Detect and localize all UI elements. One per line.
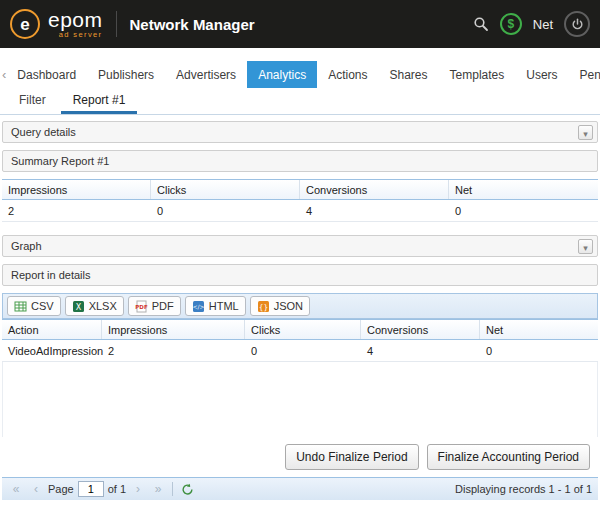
brand-wordmark: epom ad server bbox=[48, 9, 103, 39]
html-icon: </> bbox=[192, 300, 205, 313]
finalize-action-bar: Undo Finalize Period Finalize Accounting… bbox=[2, 437, 598, 477]
nav-item-dashboard[interactable]: Dashboard bbox=[6, 61, 87, 88]
export-html-label: HTML bbox=[209, 300, 239, 312]
column-header-clicks[interactable]: Clicks bbox=[151, 180, 300, 199]
column-header-conversions[interactable]: Conversions bbox=[361, 320, 480, 339]
column-header-conversions[interactable]: Conversions bbox=[300, 180, 449, 199]
export-html-button[interactable]: </> HTML bbox=[185, 296, 246, 316]
power-icon bbox=[571, 18, 584, 31]
column-header-net[interactable]: Net bbox=[480, 320, 598, 339]
cell-impressions: 2 bbox=[2, 205, 151, 217]
grid-empty-body bbox=[2, 362, 598, 437]
next-page-icon[interactable] bbox=[130, 481, 146, 497]
details-grid-header: Action Impressions Clicks Conversions Ne… bbox=[2, 319, 598, 340]
header-actions: Net bbox=[473, 11, 590, 37]
cell-clicks: 0 bbox=[245, 345, 361, 357]
graph-panel: Graph bbox=[2, 235, 598, 257]
graph-title: Graph bbox=[11, 240, 42, 252]
brand-name: epom bbox=[48, 9, 103, 30]
search-icon bbox=[473, 16, 489, 32]
epom-logo[interactable]: epom ad server bbox=[10, 9, 103, 39]
cell-net: 0 bbox=[449, 205, 598, 217]
svg-text:{}: {} bbox=[258, 302, 268, 311]
nav-item-templates[interactable]: Templates bbox=[439, 61, 516, 88]
query-details-title: Query details bbox=[11, 126, 76, 138]
query-details-panel: Query details bbox=[2, 121, 598, 143]
nav-item-pending-site[interactable]: Pending Site bbox=[569, 61, 600, 88]
app-title: Network Manager bbox=[130, 16, 255, 33]
summary-panel-header: Summary Report #1 bbox=[2, 150, 598, 172]
xlsx-icon: X bbox=[72, 300, 85, 313]
search-button[interactable] bbox=[473, 16, 489, 32]
logout-button[interactable] bbox=[564, 11, 590, 37]
export-csv-button[interactable]: CSV bbox=[7, 296, 61, 316]
brand-subtitle: ad server bbox=[59, 31, 103, 39]
export-json-label: JSON bbox=[274, 300, 303, 312]
details-table-row[interactable]: VideoAdImpression 2 0 4 0 bbox=[2, 340, 598, 362]
cell-net: 0 bbox=[480, 345, 598, 357]
export-pdf-label: PDF bbox=[152, 300, 174, 312]
nav-item-users[interactable]: Users bbox=[515, 61, 568, 88]
svg-text:PDF: PDF bbox=[135, 304, 148, 310]
toolbar-separator bbox=[172, 482, 173, 496]
tab-report-1[interactable]: Report #1 bbox=[61, 88, 138, 114]
column-header-action[interactable]: Action bbox=[2, 320, 102, 339]
cell-conversions: 4 bbox=[300, 205, 449, 217]
summary-title: Summary Report #1 bbox=[11, 155, 109, 167]
nav-item-publishers[interactable]: Publishers bbox=[87, 61, 165, 88]
chevron-down-icon bbox=[583, 125, 588, 140]
query-details-collapse-button[interactable] bbox=[578, 125, 593, 140]
refresh-button[interactable] bbox=[179, 481, 195, 497]
records-status: Displaying records 1 - 1 of 1 bbox=[455, 483, 592, 495]
nav-item-analytics[interactable]: Analytics bbox=[247, 61, 317, 88]
export-toolbar: CSV X XLSX PDF PDF bbox=[2, 293, 598, 319]
column-header-impressions[interactable]: Impressions bbox=[102, 320, 245, 339]
main-nav: Dashboard Publishers Advertisers Analyti… bbox=[0, 61, 600, 88]
svg-text:</>: </> bbox=[192, 303, 204, 310]
report-tabs: Filter Report #1 bbox=[0, 88, 600, 115]
nav-item-advertisers[interactable]: Advertisers bbox=[165, 61, 247, 88]
cell-clicks: 0 bbox=[151, 205, 300, 217]
cell-action: VideoAdImpression bbox=[2, 345, 102, 357]
summary-grid: Impressions Clicks Conversions Net 2 0 4… bbox=[2, 179, 598, 222]
column-header-clicks[interactable]: Clicks bbox=[245, 320, 361, 339]
report-details-panel-header: Report in details bbox=[2, 264, 598, 286]
report-grid: CSV X XLSX PDF PDF bbox=[2, 293, 598, 500]
svg-text:X: X bbox=[75, 302, 81, 311]
json-icon: {} bbox=[257, 300, 270, 313]
export-pdf-button[interactable]: PDF PDF bbox=[128, 296, 181, 316]
paging-toolbar: Page of 1 Displaying records 1 - 1 of 1 bbox=[2, 477, 598, 500]
tab-filter[interactable]: Filter bbox=[7, 88, 58, 114]
export-xlsx-label: XLSX bbox=[89, 300, 117, 312]
export-xlsx-button[interactable]: X XLSX bbox=[65, 296, 124, 316]
summary-table-row[interactable]: 2 0 4 0 bbox=[2, 200, 598, 222]
first-page-icon[interactable] bbox=[8, 481, 24, 497]
finalize-accounting-period-button[interactable]: Finalize Accounting Period bbox=[427, 444, 590, 470]
cell-impressions: 2 bbox=[102, 345, 245, 357]
net-label: Net bbox=[533, 17, 553, 32]
nav-item-actions[interactable]: Actions bbox=[317, 61, 378, 88]
dollar-icon bbox=[500, 13, 522, 35]
nav-item-shares[interactable]: Shares bbox=[379, 61, 439, 88]
app-header: epom ad server Network Manager Net bbox=[0, 0, 600, 48]
page-input[interactable] bbox=[78, 481, 104, 497]
page-of-label: of 1 bbox=[108, 483, 126, 495]
report-details-title: Report in details bbox=[11, 269, 91, 281]
epom-logo-icon bbox=[10, 9, 40, 39]
refresh-icon bbox=[181, 483, 194, 496]
app-window: epom ad server Network Manager Net bbox=[0, 0, 600, 506]
cell-conversions: 4 bbox=[361, 345, 480, 357]
column-header-net[interactable]: Net bbox=[449, 180, 598, 199]
chevron-down-icon bbox=[583, 239, 588, 254]
column-header-impressions[interactable]: Impressions bbox=[2, 180, 151, 199]
export-json-button[interactable]: {} JSON bbox=[250, 296, 310, 316]
summary-grid-header: Impressions Clicks Conversions Net bbox=[2, 179, 598, 200]
csv-icon bbox=[14, 300, 27, 313]
export-csv-label: CSV bbox=[31, 300, 54, 312]
undo-finalize-period-button[interactable]: Undo Finalize Period bbox=[285, 444, 418, 470]
previous-page-icon[interactable] bbox=[28, 481, 44, 497]
last-page-icon[interactable] bbox=[150, 481, 166, 497]
header-divider bbox=[116, 11, 117, 37]
graph-collapse-button[interactable] bbox=[578, 239, 593, 254]
balance-button[interactable] bbox=[500, 13, 522, 35]
